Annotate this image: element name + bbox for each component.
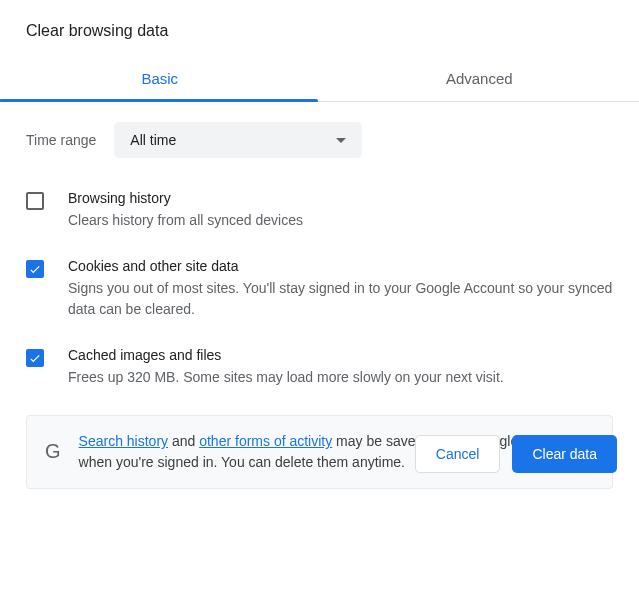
dialog-title: Clear browsing data <box>0 0 639 58</box>
item-desc: Frees up 320 MB. Some sites may load mor… <box>68 367 613 387</box>
checkbox-cached[interactable] <box>26 349 44 367</box>
clear-data-button[interactable]: Clear data <box>512 435 617 473</box>
time-range-label: Time range <box>26 132 96 148</box>
item-desc: Clears history from all synced devices <box>68 210 613 230</box>
item-browsing-history: Browsing history Clears history from all… <box>26 190 613 230</box>
checkbox-cookies[interactable] <box>26 260 44 278</box>
item-desc: Signs you out of most sites. You'll stay… <box>68 278 613 319</box>
google-icon: G <box>45 431 61 466</box>
link-search-history[interactable]: Search history <box>79 433 168 449</box>
tab-basic[interactable]: Basic <box>0 58 320 101</box>
dialog-body: Time range All time Browsing history Cle… <box>0 102 639 489</box>
time-range-row: Time range All time <box>26 122 613 158</box>
item-cookies: Cookies and other site data Signs you ou… <box>26 258 613 319</box>
cancel-button[interactable]: Cancel <box>415 435 501 473</box>
caret-down-icon <box>336 138 346 143</box>
tabs: Basic Advanced <box>0 58 639 102</box>
item-title: Cached images and files <box>68 347 613 363</box>
item-cached: Cached images and files Frees up 320 MB.… <box>26 347 613 387</box>
checkbox-browsing-history[interactable] <box>26 192 44 210</box>
link-other-activity[interactable]: other forms of activity <box>199 433 332 449</box>
dialog-actions: Cancel Clear data <box>415 435 617 473</box>
clear-browsing-data-dialog: Clear browsing data Basic Advanced Time … <box>0 0 639 489</box>
item-title: Cookies and other site data <box>68 258 613 274</box>
item-title: Browsing history <box>68 190 613 206</box>
tab-advanced[interactable]: Advanced <box>320 58 640 101</box>
time-range-select[interactable]: All time <box>114 122 362 158</box>
time-range-value: All time <box>130 132 176 148</box>
